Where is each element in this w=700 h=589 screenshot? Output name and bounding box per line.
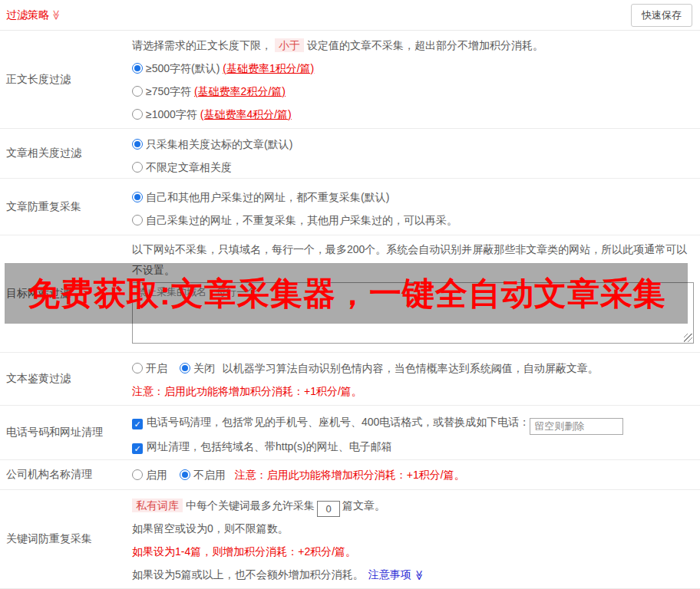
row-length-filter: 正文长度过滤 请选择需求的正文长度下限，小于设定值的文章不采集，超出部分不增加积… — [0, 31, 700, 129]
porn-filter-note: 注意：启用此功能将增加积分消耗：+1积分/篇。 — [132, 380, 694, 403]
highlight-less-than: 小于 — [275, 38, 304, 52]
option-label: 不启用 — [193, 469, 226, 481]
radio-checked-icon[interactable] — [180, 363, 190, 373]
company-option-off[interactable]: 不启用 — [180, 469, 226, 481]
checkbox-checked-icon[interactable]: ✓ — [132, 419, 143, 429]
intro-text-pre: 请选择需求的正文长度下限， — [132, 39, 272, 51]
radio-unchecked-icon[interactable] — [132, 363, 143, 373]
keyword-note-zero: 如果留空或设为0，则不限篇数。 — [132, 517, 694, 540]
ad-banner-text: 免费获取:文章采集器，一键全自动文章采集 — [5, 272, 666, 315]
row-company-clean: 公司机构名称清理 启用 不启用 注意：启用此功能将增加积分消耗：+1积分/篇。 — [0, 460, 700, 490]
limit-text-mid: 中每个关键词最多允许采集 — [186, 499, 315, 512]
limit-text-end: 篇文章。 — [342, 499, 385, 512]
row-keyword-dedup: 关键词防重复采集 私有词库中每个关键词最多允许采集篇文章。 如果留空或设为0，则… — [0, 490, 700, 589]
porn-option-on[interactable]: 开启 — [132, 362, 177, 374]
radio-unchecked-icon[interactable] — [132, 109, 143, 120]
row-porn-filter: 文本鉴黄过滤 开启 关闭 以机器学习算法自动识别色情内容，当色情概率达到系统阈值… — [0, 353, 700, 406]
radio-unchecked-icon[interactable] — [132, 86, 143, 97]
row-label-dedup-filter: 文章防重复采集 — [0, 179, 132, 235]
notice-link-label: 注意事项 — [368, 568, 411, 581]
url-clean-option[interactable]: ✓网址清理，包括纯域名、带http(s)的网址、电子邮箱 — [132, 435, 694, 458]
row-label-porn-filter: 文本鉴黄过滤 — [0, 353, 132, 405]
quick-save-button[interactable]: 快速保存 — [631, 4, 692, 27]
radio-checked-icon[interactable] — [132, 63, 143, 74]
row-label-keyword-dedup: 关键词防重复采集 — [0, 490, 132, 588]
option-label: 不限定文章相关度 — [146, 161, 232, 173]
dedup-option-all-users[interactable]: 自己和其他用户采集过的网址，都不重复采集(默认) — [132, 186, 694, 209]
toolbar: 过滤策略≫ 快速保存 — [0, 0, 700, 31]
row-label-relevance-filter: 文章相关度过滤 — [0, 129, 132, 178]
checkbox-checked-icon[interactable]: ✓ — [132, 443, 143, 454]
relevance-option-any[interactable]: 不限定文章相关度 — [132, 156, 694, 179]
option-label: 关闭 — [193, 362, 215, 374]
row-relevance-filter: 文章相关度过滤 只采集相关度达标的文章(默认) 不限定文章相关度 — [0, 129, 700, 179]
notice-link[interactable]: 注意事项≫ — [368, 568, 424, 581]
porn-option-off[interactable]: 关闭 — [180, 362, 215, 374]
keyword-limit-line: 私有词库中每个关键词最多允许采集篇文章。 — [132, 494, 694, 517]
chevron-double-down-icon: ≫ — [408, 570, 431, 581]
option-label: 自己采集过的网址，不重复采集，其他用户采集过的，可以再采。 — [146, 214, 457, 226]
max-articles-input[interactable] — [317, 501, 340, 517]
company-option-on[interactable]: 启用 — [132, 469, 177, 481]
row-label-phone-url-clean: 电话号码和网址清理 — [0, 406, 132, 459]
option-label: ≥1000字符 — [146, 108, 197, 120]
length-filter-intro: 请选择需求的正文长度下限，小于设定值的文章不采集，超出部分不增加积分消耗。 — [132, 34, 694, 57]
fee-note: (基础费率1积分/篇) — [223, 62, 314, 74]
radio-checked-icon[interactable] — [132, 192, 143, 202]
filter-strategy-title[interactable]: 过滤策略≫ — [6, 8, 62, 22]
note-text: 如果设为5篇或以上，也不会额外增加积分消耗。 — [132, 568, 364, 581]
phone-clean-option[interactable]: ✓电话号码清理，包括常见的手机号、座机号、400电话格式，或替换成如下电话： — [132, 410, 694, 435]
length-option-1000[interactable]: ≥1000字符 (基础费率4积分/篇) — [132, 103, 694, 126]
url-clean-label: 网址清理，包括纯域名、带http(s)的网址、电子邮箱 — [147, 440, 392, 452]
private-lexicon-highlight: 私有词库 — [132, 499, 183, 512]
keyword-note-5plus: 如果设为5篇或以上，也不会额外增加积分消耗。注意事项≫ — [132, 563, 694, 587]
dedup-option-self-only[interactable]: 自己采集过的网址，不重复采集，其他用户采集过的，可以再采。 — [132, 209, 694, 232]
option-label: 只采集相关度达标的文章(默认) — [146, 138, 292, 150]
length-option-500[interactable]: ≥500字符(默认) (基础费率1积分/篇) — [132, 57, 694, 80]
option-label: ≥750字符 — [146, 85, 191, 97]
company-clean-note: 注意：启用此功能将增加积分消耗：+1积分/篇。 — [235, 469, 465, 481]
resize-handle-icon[interactable] — [684, 334, 692, 342]
row-label-length-filter: 正文长度过滤 — [0, 31, 132, 128]
radio-unchecked-icon[interactable] — [132, 215, 143, 225]
option-label: 启用 — [146, 469, 167, 481]
keyword-note-1-4: 如果设为1-4篇，则增加积分消耗：+2积分/篇。 — [132, 540, 694, 563]
chevron-double-down-icon: ≫ — [51, 9, 62, 20]
row-label-company-clean: 公司机构名称清理 — [0, 460, 132, 489]
relevance-option-strict[interactable]: 只采集相关度达标的文章(默认) — [132, 133, 694, 156]
option-label: 自己和其他用户采集过的网址，都不重复采集(默认) — [146, 191, 389, 203]
phone-clean-label: 电话号码清理，包括常见的手机号、座机号、400电话格式，或替换成如下电话： — [147, 416, 530, 428]
intro-text-post: 设定值的文章不采集，超出部分不增加积分消耗。 — [307, 39, 543, 51]
page-title: 过滤策略 — [6, 8, 49, 21]
option-label: 开启 — [146, 362, 167, 374]
replacement-phone-input[interactable] — [530, 418, 623, 435]
radio-checked-icon[interactable] — [132, 139, 143, 150]
fee-note: (基础费率4积分/篇) — [200, 108, 292, 120]
row-dedup-filter: 文章防重复采集 自己和其他用户采集过的网址，都不重复采集(默认) 自己采集过的网… — [0, 179, 700, 235]
ad-overlay-banner: 免费获取:文章采集器，一键全自动文章采集 — [5, 263, 688, 324]
radio-unchecked-icon[interactable] — [132, 469, 143, 480]
fee-note: (基础费率2积分/篇) — [194, 85, 286, 97]
radio-checked-icon[interactable] — [180, 469, 190, 480]
option-label: ≥500字符(默认) — [146, 62, 220, 74]
radio-unchecked-icon[interactable] — [132, 162, 143, 173]
length-option-750[interactable]: ≥750字符 (基础费率2积分/篇) — [132, 80, 694, 103]
porn-filter-desc: 以机器学习算法自动识别色情内容，当色情概率达到系统阈值，自动屏蔽文章。 — [223, 362, 599, 374]
row-phone-url-clean: 电话号码和网址清理 ✓电话号码清理，包括常见的手机号、座机号、400电话格式，或… — [0, 406, 700, 460]
